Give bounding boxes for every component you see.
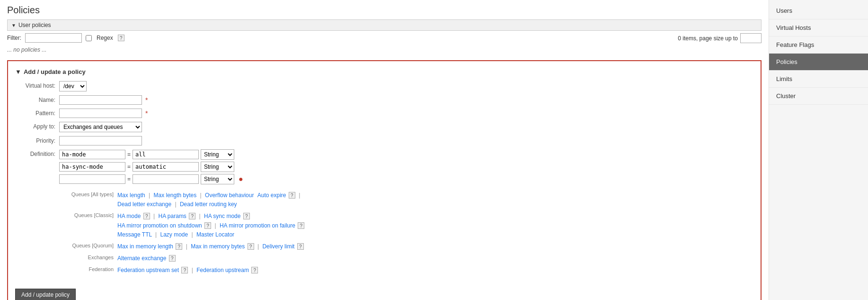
sidebar-item-policies[interactable]: Policies bbox=[769, 54, 868, 71]
virtual-host-select[interactable]: /dev / /prod bbox=[59, 81, 87, 91]
link-ha-sync-mode[interactable]: HA sync mode bbox=[204, 213, 240, 219]
sidebar-item-limits[interactable]: Limits bbox=[769, 71, 868, 88]
filter-input[interactable] bbox=[25, 33, 82, 43]
link-delivery-limit[interactable]: Delivery limit bbox=[262, 243, 294, 250]
virtual-host-row: Virtual host: /dev / /prod bbox=[15, 81, 753, 91]
ha-params-help[interactable]: ? bbox=[189, 213, 195, 219]
def-value-3[interactable] bbox=[133, 174, 199, 184]
help-row-quorum: Queues [Quorum] Max in memory length ? |… bbox=[59, 242, 304, 251]
priority-row: Priority: bbox=[15, 136, 753, 145]
ha-mirror-failure-help[interactable]: ? bbox=[298, 222, 304, 229]
name-input[interactable]: test_policy bbox=[59, 95, 142, 105]
sidebar-item-feature-flags[interactable]: Feature Flags bbox=[769, 36, 868, 54]
link-federation-upstream-set[interactable]: Federation upstream set bbox=[117, 267, 179, 273]
regex-checkbox[interactable] bbox=[86, 35, 92, 41]
sep-1: | bbox=[149, 192, 150, 199]
ha-sync-mode-help[interactable]: ? bbox=[243, 213, 250, 219]
def-type-3[interactable]: String Number Boolean List bbox=[201, 174, 234, 184]
apply-to-label: Apply to: bbox=[15, 122, 55, 130]
definition-row-2: = String Number Boolean List bbox=[59, 162, 304, 172]
link-message-ttl[interactable]: Message TTL bbox=[117, 231, 152, 238]
help-cat-federation: Federation bbox=[59, 266, 114, 272]
sep-4: | bbox=[175, 201, 176, 208]
add-policy-arrow: ▼ bbox=[15, 68, 21, 75]
def-type-2[interactable]: String Number Boolean List bbox=[201, 162, 234, 172]
ha-mode-help[interactable]: ? bbox=[143, 213, 150, 219]
max-memory-bytes-help[interactable]: ? bbox=[248, 243, 254, 250]
fed-upstream-set-help[interactable]: ? bbox=[181, 267, 188, 273]
auto-expire-help[interactable]: ? bbox=[289, 192, 295, 199]
sidebar-item-users[interactable]: Users bbox=[769, 2, 868, 19]
definition-row-1: = String Number Boolean List bbox=[59, 149, 304, 160]
def-value-1[interactable] bbox=[133, 150, 199, 159]
def-type-1[interactable]: String Number Boolean List bbox=[201, 149, 234, 160]
link-master-locator[interactable]: Master Locator bbox=[196, 231, 234, 238]
no-policies-text: ... no policies ... bbox=[7, 46, 678, 53]
link-dead-letter-routing-key[interactable]: Dead letter routing key bbox=[180, 201, 237, 208]
link-dead-letter-exchange[interactable]: Dead letter exchange bbox=[117, 201, 171, 208]
link-max-in-memory-bytes[interactable]: Max in memory bytes bbox=[191, 243, 245, 250]
alternate-exchange-help[interactable]: ? bbox=[169, 255, 176, 262]
link-alternate-exchange[interactable]: Alternate exchange bbox=[117, 255, 166, 262]
def-key-3[interactable] bbox=[59, 174, 125, 184]
link-max-length-bytes[interactable]: Max length bytes bbox=[154, 192, 197, 199]
help-links-quorum: Max in memory length ? | Max in memory b… bbox=[117, 242, 304, 251]
link-lazy-mode[interactable]: Lazy mode bbox=[160, 231, 188, 238]
priority-label: Priority: bbox=[15, 136, 55, 144]
add-update-policy-button[interactable]: Add / update policy bbox=[15, 289, 76, 300]
help-cat-quorum: Queues [Quorum] bbox=[59, 242, 114, 248]
delivery-limit-help[interactable]: ? bbox=[297, 243, 304, 250]
pattern-row: Pattern: ^ * bbox=[15, 109, 753, 118]
sidebar-item-virtual-hosts[interactable]: Virtual Hosts bbox=[769, 19, 868, 36]
fed-upstream-help[interactable]: ? bbox=[251, 267, 258, 273]
link-ha-params[interactable]: HA params bbox=[159, 213, 186, 219]
add-policy-header[interactable]: ▼ Add / update a policy bbox=[15, 68, 753, 75]
sep-9: | bbox=[192, 231, 193, 238]
sep-10: | bbox=[186, 243, 187, 250]
section-label: User policies bbox=[18, 22, 51, 28]
pattern-input[interactable]: ^ bbox=[59, 109, 142, 118]
sidebar: Users Virtual Hosts Feature Flags Polici… bbox=[769, 0, 868, 300]
link-ha-mirror-promotion-failure[interactable]: HA mirror promotion on failure bbox=[220, 222, 295, 229]
filter-help-icon[interactable]: ? bbox=[118, 35, 124, 41]
name-label: Name: bbox=[15, 95, 55, 103]
add-policy-box: ▼ Add / update a policy Virtual host: /d… bbox=[7, 60, 762, 300]
link-max-in-memory-length[interactable]: Max in memory length bbox=[117, 243, 173, 250]
link-ha-mirror-promotion-shutdown[interactable]: HA mirror promotion on shutdown bbox=[117, 222, 202, 229]
eq-sign-1: = bbox=[127, 151, 131, 158]
link-overflow-behaviour[interactable]: Overflow behaviour bbox=[205, 192, 254, 199]
definition-row: Definition: = String Number Boolean List bbox=[15, 149, 753, 278]
pattern-label: Pattern: bbox=[15, 109, 55, 117]
sidebar-item-cluster[interactable]: Cluster bbox=[769, 88, 868, 105]
virtual-host-label: Virtual host: bbox=[15, 81, 55, 89]
sep-2: | bbox=[200, 192, 202, 199]
link-auto-expire[interactable]: Auto expire bbox=[257, 192, 286, 199]
def-key-2[interactable] bbox=[59, 162, 125, 172]
definition-label: Definition: bbox=[15, 149, 55, 157]
help-links-all-types: Max length | Max length bytes | Overflow… bbox=[117, 191, 302, 209]
eq-sign-3: = bbox=[127, 176, 131, 182]
red-dot: ● bbox=[239, 175, 243, 183]
def-key-1[interactable] bbox=[59, 150, 125, 159]
sep-12: | bbox=[192, 267, 193, 273]
sep-6: | bbox=[199, 213, 201, 219]
sep-8: | bbox=[155, 231, 157, 238]
link-ha-mode[interactable]: HA mode bbox=[117, 213, 141, 219]
help-links-classic: HA mode ? | HA params ? | HA sync mode ?… bbox=[117, 212, 304, 239]
priority-input[interactable] bbox=[59, 136, 142, 145]
add-policy-title: Add / update a policy bbox=[24, 68, 86, 75]
sep-11: | bbox=[257, 243, 259, 250]
ha-mirror-shutdown-help[interactable]: ? bbox=[204, 222, 211, 229]
link-federation-upstream[interactable]: Federation upstream bbox=[196, 267, 249, 273]
apply-to-select[interactable]: Exchanges and queues Exchanges Queues bbox=[59, 122, 142, 132]
max-memory-length-help[interactable]: ? bbox=[176, 243, 182, 250]
link-max-length[interactable]: Max length bbox=[117, 192, 145, 199]
user-policies-section[interactable]: ▼ User policies bbox=[7, 19, 762, 31]
items-count-text: 0 items, page size up to bbox=[678, 35, 738, 42]
def-value-2[interactable] bbox=[133, 162, 199, 172]
page-size-input[interactable]: 100 bbox=[740, 33, 762, 43]
help-row-classic: Queues [Classic] HA mode ? | HA params ?… bbox=[59, 212, 304, 239]
help-cat-classic: Queues [Classic] bbox=[59, 212, 114, 218]
sep-7: | bbox=[214, 222, 216, 229]
help-row-federation: Federation Federation upstream set ? | F… bbox=[59, 266, 304, 275]
